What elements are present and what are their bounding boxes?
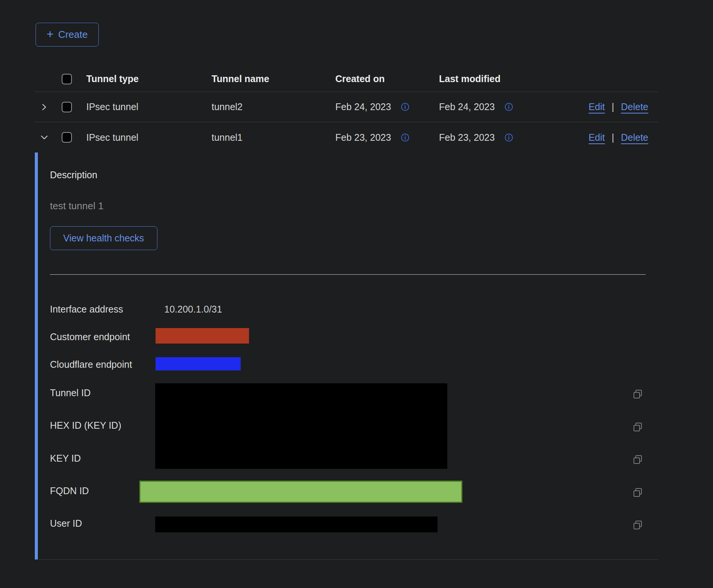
copy-icon	[632, 454, 643, 465]
field-label: HEX ID (KEY ID)	[50, 420, 121, 431]
field-label: KEY ID	[50, 453, 81, 464]
header-tunnel-type: Tunnel type	[86, 73, 212, 84]
created-on-cell: Feb 24, 2023	[335, 101, 391, 112]
field-label: Interface address	[50, 304, 123, 315]
row-checkbox[interactable]	[62, 102, 72, 112]
section-divider	[50, 274, 646, 275]
copy-button[interactable]	[632, 487, 643, 498]
chevron-down-icon	[39, 132, 49, 142]
tunnel-type-cell: IPsec tunnel	[86, 132, 212, 143]
edit-link[interactable]: Edit	[588, 132, 605, 143]
redaction-block-black	[155, 516, 437, 532]
table-row: IPsec tunnel tunnel2 Feb 24, 2023 Feb 24…	[35, 92, 659, 122]
select-all-checkbox[interactable]	[62, 74, 72, 84]
copy-button[interactable]	[632, 422, 643, 433]
redaction-block-green	[139, 481, 462, 503]
row-checkbox[interactable]	[62, 132, 72, 143]
delete-link[interactable]: Delete	[621, 101, 648, 112]
create-button-label: Create	[58, 29, 88, 40]
plus-icon: +	[47, 28, 54, 40]
copy-icon	[632, 389, 643, 400]
tunnel-type-cell: IPsec tunnel	[86, 101, 212, 112]
info-icon[interactable]	[401, 133, 409, 142]
redaction-block-black	[155, 383, 447, 469]
header-tunnel-name: Tunnel name	[212, 73, 335, 84]
redaction-block-blue	[156, 357, 241, 370]
chevron-right-icon	[39, 103, 48, 112]
tunnel-name-cell: tunnel2	[212, 101, 335, 112]
field-label: Cloudflare endpoint	[50, 359, 132, 370]
copy-icon	[632, 487, 643, 498]
expand-row-button[interactable]	[39, 103, 48, 112]
tunnels-page: + Create Tunnel type Tunnel name Created…	[0, 0, 713, 588]
description-label: Description	[50, 170, 97, 180]
created-on-cell: Feb 23, 2023	[335, 132, 391, 143]
field-label: FQDN ID	[50, 485, 89, 496]
delete-link[interactable]: Delete	[621, 132, 648, 143]
copy-button[interactable]	[632, 454, 643, 465]
last-modified-cell: Feb 24, 2023	[439, 101, 495, 112]
edit-link[interactable]: Edit	[588, 101, 605, 112]
field-label: Tunnel ID	[50, 387, 90, 398]
info-icon[interactable]	[504, 133, 513, 142]
info-icon[interactable]	[504, 103, 513, 111]
collapse-row-button[interactable]	[39, 132, 49, 142]
action-separator: |	[612, 132, 614, 143]
view-health-checks-button[interactable]: View health checks	[50, 226, 157, 250]
redaction-block-red	[156, 328, 249, 344]
copy-icon	[632, 422, 643, 433]
table-row: IPsec tunnel tunnel1 Feb 23, 2023 Feb 23…	[35, 122, 659, 152]
field-label: User ID	[50, 518, 82, 529]
field-value: 10.200.1.0/31	[164, 304, 222, 315]
tunnel-name-cell: tunnel1	[212, 132, 335, 143]
tunnel-detail-panel: Description test tunnel 1 View health ch…	[35, 152, 659, 560]
info-icon[interactable]	[401, 103, 409, 111]
tunnels-table: Tunnel type Tunnel name Created on Last …	[35, 66, 659, 152]
copy-button[interactable]	[632, 520, 643, 531]
action-separator: |	[612, 101, 614, 112]
header-last-modified: Last modified	[439, 73, 583, 84]
header-created-on: Created on	[335, 73, 439, 84]
create-button[interactable]: + Create	[36, 23, 99, 47]
table-header: Tunnel type Tunnel name Created on Last …	[35, 66, 659, 92]
description-value: test tunnel 1	[50, 200, 104, 212]
copy-icon	[632, 520, 643, 531]
field-label: Customer endpoint	[50, 331, 130, 342]
last-modified-cell: Feb 23, 2023	[439, 132, 495, 143]
copy-button[interactable]	[632, 389, 643, 400]
